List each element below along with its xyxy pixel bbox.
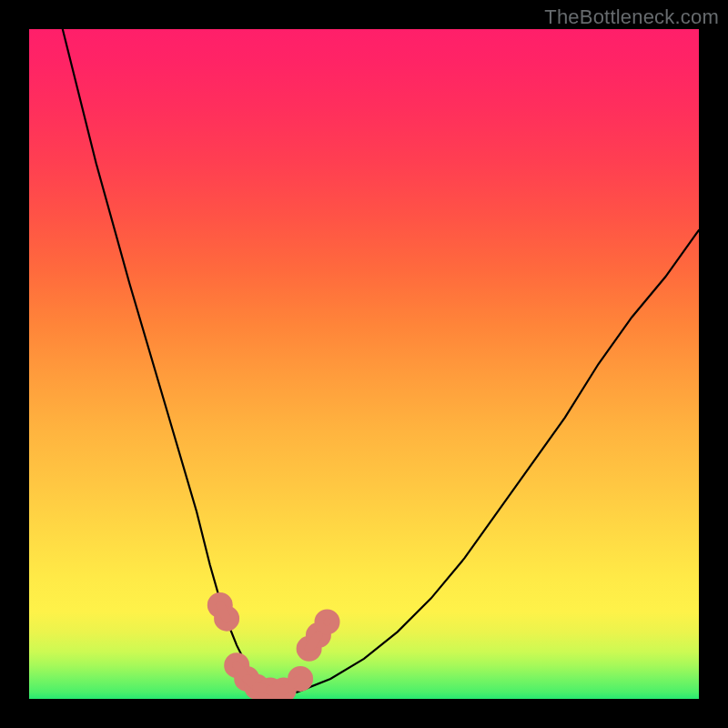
curve-layer <box>29 29 699 699</box>
plot-area <box>29 29 699 699</box>
bottleneck-curve <box>63 29 699 693</box>
svg-point-16 <box>319 613 336 630</box>
svg-line-2 <box>220 605 227 619</box>
chart-frame: TheBottleneck.com <box>0 0 728 728</box>
watermark-text: TheBottleneck.com <box>544 5 719 29</box>
sample-points <box>212 597 336 698</box>
